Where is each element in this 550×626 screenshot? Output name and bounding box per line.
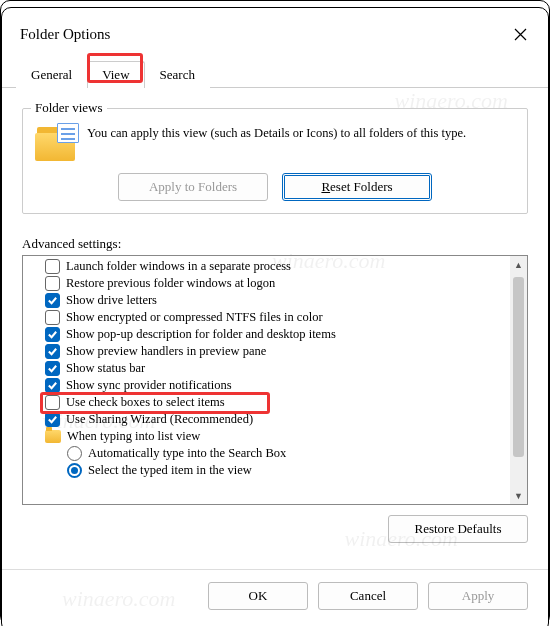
list-item-label: Show status bar	[66, 361, 145, 376]
list-item-label: Show pop-up description for folder and d…	[66, 327, 336, 342]
checkbox[interactable]	[45, 310, 60, 325]
list-item-label: Launch folder windows in a separate proc…	[66, 259, 291, 274]
apply-button: Apply	[428, 582, 528, 610]
folder-icon	[45, 430, 61, 443]
close-button[interactable]	[506, 20, 534, 48]
reset-folders-button[interactable]: Reset Folders	[282, 173, 432, 201]
list-item-label: Show encrypted or compressed NTFS files …	[66, 310, 323, 325]
checkbox[interactable]	[45, 361, 60, 376]
checkbox[interactable]	[45, 378, 60, 393]
list-item-label: Show sync provider notifications	[66, 378, 232, 393]
advanced-settings-label: Advanced settings:	[22, 236, 528, 252]
list-item-label: Show preview handlers in preview pane	[66, 344, 266, 359]
list-item-label: Restore previous folder windows at logon	[66, 276, 275, 291]
apply-to-folders-button: Apply to Folders	[118, 173, 268, 201]
list-item-label: Use check boxes to select items	[66, 395, 225, 410]
folder-type-icon	[35, 125, 77, 161]
folder-options-window: winaero.com winaero.com winaero.com wina…	[2, 14, 548, 622]
list-item[interactable]: Use check boxes to select items	[23, 394, 510, 411]
scroll-down-arrow-icon[interactable]: ▼	[510, 487, 527, 504]
tab-view[interactable]: View	[87, 61, 144, 88]
dialog-buttons: OK Cancel Apply	[2, 570, 548, 622]
tab-strip: General View Search	[2, 54, 548, 88]
checkbox[interactable]	[45, 395, 60, 410]
close-icon	[514, 28, 527, 41]
list-item[interactable]: Launch folder windows in a separate proc…	[23, 258, 510, 275]
cancel-button[interactable]: Cancel	[318, 582, 418, 610]
scrollbar[interactable]: ▲ ▼	[510, 256, 527, 504]
list-item[interactable]: Show preview handlers in preview pane	[23, 343, 510, 360]
list-item[interactable]: When typing into list view	[23, 428, 510, 445]
list-item[interactable]: Select the typed item in the view	[23, 462, 510, 479]
checkbox[interactable]	[45, 344, 60, 359]
list-item-label: Automatically type into the Search Box	[88, 446, 286, 461]
list-item[interactable]: Show pop-up description for folder and d…	[23, 326, 510, 343]
checkbox[interactable]	[45, 259, 60, 274]
list-item[interactable]: Use Sharing Wizard (Recommended)	[23, 411, 510, 428]
ok-button[interactable]: OK	[208, 582, 308, 610]
window-title: Folder Options	[20, 26, 110, 43]
radio[interactable]	[67, 463, 82, 478]
checkbox[interactable]	[45, 412, 60, 427]
list-item[interactable]: Show drive letters	[23, 292, 510, 309]
tab-general[interactable]: General	[16, 61, 87, 88]
list-item-label: Show drive letters	[66, 293, 157, 308]
folder-views-description: You can apply this view (such as Details…	[87, 125, 515, 161]
advanced-settings-list: Launch folder windows in a separate proc…	[22, 255, 528, 505]
scroll-up-arrow-icon[interactable]: ▲	[510, 256, 527, 273]
scroll-thumb[interactable]	[513, 277, 524, 457]
titlebar: Folder Options	[2, 14, 548, 54]
list-item[interactable]: Restore previous folder windows at logon	[23, 275, 510, 292]
scroll-track[interactable]	[510, 273, 527, 487]
checkbox[interactable]	[45, 293, 60, 308]
checkbox[interactable]	[45, 327, 60, 342]
folder-views-group: Folder views You can apply this view (su…	[22, 108, 528, 214]
restore-defaults-button[interactable]: Restore Defaults	[388, 515, 528, 543]
tab-content-view: Folder views You can apply this view (su…	[2, 88, 548, 555]
list-item[interactable]: Show encrypted or compressed NTFS files …	[23, 309, 510, 326]
advanced-settings-list-inner[interactable]: Launch folder windows in a separate proc…	[23, 256, 510, 504]
list-item[interactable]: Show status bar	[23, 360, 510, 377]
list-item-label: Use Sharing Wizard (Recommended)	[66, 412, 253, 427]
radio[interactable]	[67, 446, 82, 461]
list-item[interactable]: Automatically type into the Search Box	[23, 445, 510, 462]
list-item-label: Select the typed item in the view	[88, 463, 252, 478]
list-item-label: When typing into list view	[67, 429, 200, 444]
checkbox[interactable]	[45, 276, 60, 291]
list-item[interactable]: Show sync provider notifications	[23, 377, 510, 394]
folder-views-label: Folder views	[31, 100, 107, 116]
tab-search[interactable]: Search	[145, 61, 210, 88]
